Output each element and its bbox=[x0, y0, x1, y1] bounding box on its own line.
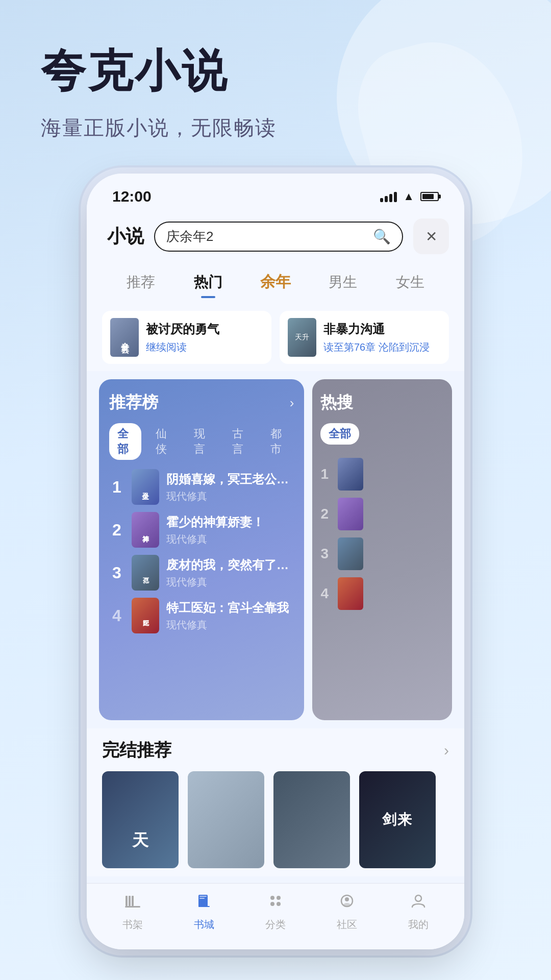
svg-point-9 bbox=[277, 896, 281, 900]
book-info-2: 非暴力沟通 读至第76章 沦陷到沉浸 bbox=[323, 321, 441, 354]
complete-book-3[interactable] bbox=[273, 771, 350, 868]
svg-rect-5 bbox=[199, 896, 207, 897]
complete-section-header: 完结推荐 › bbox=[102, 739, 449, 762]
rank-list: 1 全灵 阴婚喜嫁，冥王老公沦陷了 现代修真 2 神算 bbox=[109, 469, 294, 633]
rank-panel-arrow[interactable]: › bbox=[290, 395, 294, 411]
svg-point-14 bbox=[343, 903, 350, 907]
svg-rect-3 bbox=[125, 906, 140, 908]
svg-point-10 bbox=[270, 902, 274, 906]
svg-point-11 bbox=[277, 902, 281, 906]
shelf-icon bbox=[123, 892, 142, 915]
svg-rect-7 bbox=[198, 906, 210, 907]
hot-cover-2 bbox=[338, 498, 363, 530]
top-nav: 小说 庆余年2 🔍 ✕ bbox=[87, 210, 464, 262]
rank-subtab-xiandai[interactable]: 现言 bbox=[186, 423, 218, 460]
book-cover-2: 天升 bbox=[288, 318, 316, 357]
app-title: 夸克小说 bbox=[41, 41, 520, 102]
recent-book-2[interactable]: 天升 非暴力沟通 读至第76章 沦陷到沉浸 bbox=[280, 311, 449, 364]
tab-recommend[interactable]: 推荐 bbox=[107, 268, 174, 296]
nav-profile-label: 我的 bbox=[408, 918, 429, 932]
search-bar[interactable]: 庆余年2 🔍 bbox=[154, 222, 403, 252]
hot-panel-title: 热搜 bbox=[320, 391, 353, 414]
tab-hot[interactable]: 热门 bbox=[174, 268, 242, 296]
nav-shelf[interactable]: 书架 bbox=[122, 892, 143, 932]
hot-sub-tabs: 全部 bbox=[320, 423, 444, 445]
rank-item-1[interactable]: 1 全灵 阴婚喜嫁，冥王老公沦陷了 现代修真 bbox=[109, 469, 294, 505]
tab-special[interactable]: 余年 bbox=[242, 267, 309, 297]
hot-panel-header: 热搜 bbox=[320, 391, 444, 414]
main-content: 推荐榜 › 全部 仙侠 现言 古言 都市 1 全灵 阴婚喜嫁，冥王老公沦陷了 bbox=[87, 371, 464, 728]
tab-female[interactable]: 女生 bbox=[377, 268, 444, 296]
complete-book-2[interactable] bbox=[188, 771, 264, 868]
complete-section-arrow[interactable]: › bbox=[444, 742, 449, 759]
hot-panel: 热搜 全部 1 2 3 4 bbox=[312, 379, 452, 720]
status-bar: 12:00 ▲ bbox=[87, 174, 464, 210]
rank-subtab-xianxia[interactable]: 仙侠 bbox=[147, 423, 180, 460]
svg-rect-2 bbox=[132, 896, 134, 906]
svg-point-8 bbox=[270, 896, 274, 900]
search-icon[interactable]: 🔍 bbox=[373, 228, 391, 245]
close-icon: ✕ bbox=[425, 228, 437, 245]
close-button[interactable]: ✕ bbox=[413, 218, 449, 254]
hot-item-1[interactable]: 1 bbox=[320, 458, 444, 491]
category-tabs: 推荐 热门 余年 男生 女生 bbox=[87, 262, 464, 304]
rank-cover-2: 神算 bbox=[132, 512, 159, 548]
svg-rect-0 bbox=[126, 896, 128, 906]
rank-sub-tabs: 全部 仙侠 现言 古言 都市 bbox=[109, 423, 294, 460]
nav-profile[interactable]: 我的 bbox=[408, 892, 429, 932]
search-text: 庆余年2 bbox=[166, 228, 368, 246]
complete-book-1[interactable]: 天 bbox=[102, 771, 179, 868]
rank-item-2[interactable]: 2 神算 霍少的神算娇妻！ 现代修真 bbox=[109, 512, 294, 548]
svg-point-15 bbox=[415, 895, 421, 901]
nav-shelf-label: 书架 bbox=[122, 918, 143, 932]
nav-category[interactable]: 分类 bbox=[265, 892, 286, 932]
book-cover-1: 全灵玄 bbox=[110, 318, 139, 357]
nav-category-label: 分类 bbox=[265, 918, 286, 932]
svg-rect-1 bbox=[129, 896, 131, 906]
rank-panel: 推荐榜 › 全部 仙侠 现言 古言 都市 1 全灵 阴婚喜嫁，冥王老公沦陷了 bbox=[99, 379, 304, 720]
grid-icon bbox=[266, 892, 285, 915]
rank-cover-1: 全灵 bbox=[132, 469, 159, 505]
bottom-nav: 书架 书城 分类 bbox=[87, 883, 464, 949]
app-subtitle: 海量正版小说，无限畅读 bbox=[41, 114, 520, 142]
status-time: 12:00 bbox=[112, 188, 152, 205]
tab-male[interactable]: 男生 bbox=[309, 268, 377, 296]
book-info-1: 被讨厌的勇气 继续阅读 bbox=[146, 321, 263, 354]
community-icon bbox=[338, 892, 356, 915]
complete-book-4[interactable]: 剑来 bbox=[359, 771, 436, 868]
complete-section: 完结推荐 › 天 剑来 bbox=[87, 728, 464, 876]
svg-point-13 bbox=[345, 897, 349, 901]
rank-subtab-all[interactable]: 全部 bbox=[109, 423, 141, 460]
complete-books-list: 天 剑来 bbox=[102, 771, 449, 868]
hot-item-4[interactable]: 4 bbox=[320, 577, 444, 610]
phone-mockup: 12:00 ▲ 小说 庆余年2 🔍 ✕ 推荐 bbox=[87, 174, 464, 949]
rank-cover-4: 医妃 bbox=[132, 598, 159, 633]
hot-cover-3 bbox=[338, 537, 363, 570]
nav-bookstore-label: 书城 bbox=[194, 918, 214, 932]
hot-cover-4 bbox=[338, 577, 363, 610]
hot-item-2[interactable]: 2 bbox=[320, 498, 444, 530]
svg-rect-6 bbox=[199, 898, 205, 899]
rank-subtab-dushi[interactable]: 都市 bbox=[262, 423, 294, 460]
rank-item-3[interactable]: 3 亿万 废材的我，突然有了亿万年 现代修真 bbox=[109, 555, 294, 591]
wifi-icon: ▲ bbox=[403, 190, 414, 203]
rank-cover-3: 亿万 bbox=[132, 555, 159, 591]
profile-icon bbox=[409, 892, 428, 915]
rank-subtab-guyan[interactable]: 古言 bbox=[224, 423, 256, 460]
recent-books: 全灵玄 被讨厌的勇气 继续阅读 天升 非暴力沟通 读至第76章 沦陷到沉浸 bbox=[87, 304, 464, 371]
book-icon bbox=[195, 892, 213, 915]
nav-community[interactable]: 社区 bbox=[337, 892, 357, 932]
recent-book-1[interactable]: 全灵玄 被讨厌的勇气 继续阅读 bbox=[102, 311, 271, 364]
hot-item-3[interactable]: 3 bbox=[320, 537, 444, 570]
rank-item-4[interactable]: 4 医妃 特工医妃：宫斗全靠我 现代修真 bbox=[109, 598, 294, 633]
status-icons: ▲ bbox=[380, 190, 439, 203]
hot-cover-1 bbox=[338, 458, 363, 491]
nav-bookstore[interactable]: 书城 bbox=[194, 892, 214, 932]
signal-icon bbox=[380, 191, 397, 202]
nav-community-label: 社区 bbox=[337, 918, 357, 932]
battery-icon bbox=[420, 192, 439, 201]
rank-panel-title: 推荐榜 bbox=[109, 391, 158, 414]
hot-subtab-all[interactable]: 全部 bbox=[320, 423, 359, 445]
app-header: 夸克小说 海量正版小说，无限畅读 bbox=[0, 0, 551, 162]
hot-list: 1 2 3 4 bbox=[320, 458, 444, 610]
